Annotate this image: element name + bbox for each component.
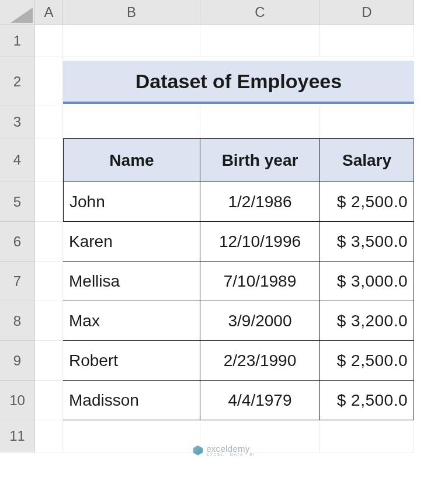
cell-birth[interactable]: 2/23/1990 <box>200 341 320 381</box>
cell-name[interactable]: Robert <box>63 341 200 381</box>
row-header-1[interactable]: 1 <box>0 25 35 57</box>
row-header-8[interactable]: 8 <box>0 301 35 341</box>
cell-C3[interactable] <box>200 106 320 138</box>
row-header-11[interactable]: 11 <box>0 420 35 452</box>
cell-name[interactable]: Karen <box>63 222 200 262</box>
cell-A4[interactable] <box>35 138 63 182</box>
select-all-corner[interactable] <box>0 0 35 25</box>
logo-cube-icon <box>193 445 203 455</box>
cell-A6[interactable] <box>35 222 63 262</box>
cell-salary[interactable]: $ 2,500.0 <box>320 341 414 381</box>
cell-A2[interactable] <box>35 57 63 106</box>
cell-A11[interactable] <box>35 420 63 452</box>
header-salary[interactable]: Salary <box>320 138 414 182</box>
cell-name[interactable]: John <box>63 182 200 222</box>
cell-birth[interactable]: 4/4/1979 <box>200 381 320 420</box>
cell-A10[interactable] <box>35 381 63 420</box>
header-name[interactable]: Name <box>63 138 200 182</box>
row-header-3[interactable]: 3 <box>0 106 35 138</box>
cell-D11[interactable] <box>320 420 414 452</box>
cell-name[interactable]: Madisson <box>63 381 200 420</box>
row-header-2[interactable]: 2 <box>0 57 35 106</box>
col-header-D[interactable]: D <box>320 0 414 25</box>
cell-D3[interactable] <box>320 106 414 138</box>
row-header-6[interactable]: 6 <box>0 222 35 262</box>
cell-A8[interactable] <box>35 301 63 341</box>
cell-A9[interactable] <box>35 341 63 381</box>
cell-birth[interactable]: 3/9/2000 <box>200 301 320 341</box>
cell-B11[interactable] <box>63 420 200 452</box>
cell-salary[interactable]: $ 2,500.0 <box>320 182 414 222</box>
col-header-B[interactable]: B <box>63 0 200 25</box>
cell-birth[interactable]: 12/10/1996 <box>200 222 320 262</box>
spreadsheet-grid: A B C D 1 2 3 4 5 6 7 8 9 10 11 Dataset … <box>0 0 414 452</box>
cell-A7[interactable] <box>35 262 63 301</box>
cell-A5[interactable] <box>35 182 63 222</box>
col-header-A[interactable]: A <box>35 0 63 25</box>
cell-salary[interactable]: $ 3,000.0 <box>320 262 414 301</box>
row-header-10[interactable]: 10 <box>0 381 35 420</box>
cell-salary[interactable]: $ 2,500.0 <box>320 381 414 420</box>
watermark: exceldemy EXCEL · DATA · BI <box>193 444 255 456</box>
watermark-tagline: EXCEL · DATA · BI <box>206 452 255 456</box>
dataset-title[interactable]: Dataset of Employees <box>63 61 414 104</box>
header-birth[interactable]: Birth year <box>200 138 320 182</box>
cell-salary[interactable]: $ 3,500.0 <box>320 222 414 262</box>
col-header-C[interactable]: C <box>200 0 320 25</box>
cell-A1[interactable] <box>35 25 63 57</box>
cell-name[interactable]: Mellisa <box>63 262 200 301</box>
cell-birth[interactable]: 1/2/1986 <box>200 182 320 222</box>
cell-D1[interactable] <box>320 25 414 57</box>
cell-B1[interactable] <box>63 25 200 57</box>
cell-name[interactable]: Max <box>63 301 200 341</box>
cell-birth[interactable]: 7/10/1989 <box>200 262 320 301</box>
row-header-7[interactable]: 7 <box>0 262 35 301</box>
row-header-5[interactable]: 5 <box>0 182 35 222</box>
row-header-4[interactable]: 4 <box>0 138 35 182</box>
cell-salary[interactable]: $ 3,200.0 <box>320 301 414 341</box>
cell-C1[interactable] <box>200 25 320 57</box>
cell-B3[interactable] <box>63 106 200 138</box>
row-header-9[interactable]: 9 <box>0 341 35 381</box>
cell-A3[interactable] <box>35 106 63 138</box>
